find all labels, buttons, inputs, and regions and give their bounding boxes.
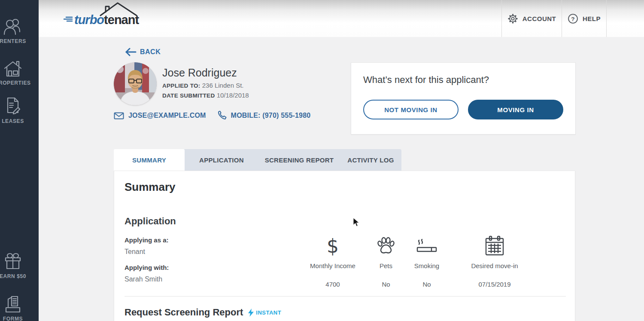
applying-with-value: Sarah Smith (125, 275, 162, 283)
stat-desired-move-in: Desired move-in 07/15/2019 (460, 234, 529, 288)
envelope-icon (114, 112, 124, 119)
applicant-phone-link[interactable]: MOBILE: (970) 555-1980 (217, 111, 311, 120)
tab-summary[interactable]: SUMMARY (114, 149, 185, 171)
renter-application-page: RENTERS PROPERTIES (0, 0, 644, 321)
question-icon: ? (568, 13, 578, 24)
section-divider (125, 296, 566, 297)
renters-icon (0, 17, 39, 36)
phone-icon (217, 111, 227, 120)
leases-icon (0, 96, 39, 116)
paw-icon (365, 234, 407, 257)
gear-icon (507, 13, 518, 24)
stat-value: 4700 (298, 281, 367, 288)
stat-label: Desired move-in (460, 262, 529, 269)
applied-to-value: 236 Linden St. (202, 82, 244, 89)
account-label: ACCOUNT (522, 15, 556, 22)
back-link[interactable]: BACK (125, 48, 161, 56)
not-moving-in-button[interactable]: NOT MOVING IN (363, 100, 459, 119)
stat-label: Pets (365, 262, 407, 269)
screening-report-section: Request Screening Report INSTANT (125, 307, 281, 318)
summary-title: Summary (125, 180, 176, 194)
tab-activity-log[interactable]: ACTIVITY LOG (340, 149, 401, 171)
stat-label: Monthly Income (298, 262, 367, 269)
instant-label: INSTANT (256, 309, 281, 316)
whats-next-title: What’s next for this applicant? (363, 74, 489, 86)
forms-icon (0, 294, 39, 314)
sidebar-item-label: LEASES (0, 118, 39, 124)
stat-value: No (365, 281, 407, 288)
applicant-name: Jose Rodriguez (162, 67, 237, 79)
date-submitted-label: DATE SUBMITTED (162, 92, 215, 99)
applicant-avatar (114, 62, 157, 105)
applied-to-label: APPLIED TO: (162, 83, 200, 89)
tab-application[interactable]: APPLICATION (185, 149, 258, 171)
back-arrow-icon (125, 48, 137, 56)
turbotenant-logo[interactable]: turbo tenant (64, 13, 139, 27)
instant-badge: INSTANT (248, 309, 281, 317)
top-header: turbo tenant (39, 0, 644, 37)
sidebar-item-forms[interactable]: FORMS (0, 294, 39, 321)
contact-row: JOSE@EXAMPLE.COM MOBILE: (970) 555-1980 (114, 111, 310, 120)
svg-text:?: ? (571, 15, 574, 22)
sidebar: RENTERS PROPERTIES (0, 0, 39, 321)
sidebar-inner: RENTERS PROPERTIES (0, 0, 39, 321)
stat-value: 07/15/2019 (460, 281, 529, 288)
header-nav: ACCOUNT ? HELP (501, 0, 644, 37)
application-section-title: Application (125, 216, 176, 227)
stat-value: No (405, 281, 448, 288)
house-roof-icon (100, 2, 137, 16)
applying-as-label: Applying as a: (125, 236, 169, 244)
stat-monthly-income: $ Monthly Income 4700 (298, 234, 367, 288)
sidebar-item-label: PROPERTIES (0, 80, 39, 86)
back-label: BACK (140, 48, 161, 56)
summary-panel: Summary Application Applying as a: Tenan… (114, 171, 575, 321)
tab-screening-report[interactable]: SCREENING REPORT (258, 149, 340, 171)
properties-icon (0, 59, 39, 78)
gift-icon (0, 251, 39, 271)
sidebar-item-earn[interactable]: EARN $50 (0, 251, 39, 279)
stat-pets: Pets No (365, 234, 407, 288)
screening-report-title: Request Screening Report (125, 307, 243, 318)
calendar-icon (460, 234, 529, 257)
speed-lines-icon (64, 15, 73, 23)
sidebar-item-renters[interactable]: RENTERS (0, 17, 39, 44)
date-submitted-value: 10/18/2018 (217, 92, 249, 99)
dollar-icon: $ (298, 234, 367, 257)
stat-label: Smoking (405, 262, 448, 269)
applying-as-value: Tenant (125, 248, 145, 256)
applicant-email-link[interactable]: JOSE@EXAMPLE.COM (114, 112, 206, 119)
help-label: HELP (583, 15, 601, 22)
tab-bar: SUMMARY APPLICATION SCREENING REPORT ACT… (114, 149, 401, 171)
header-spacer (606, 0, 644, 37)
stat-smoking: Smoking No (405, 234, 448, 288)
date-submitted-line: DATE SUBMITTED 10/18/2018 (162, 92, 249, 99)
applicant-phone: MOBILE: (970) 555-1980 (231, 112, 311, 119)
applicant-email: JOSE@EXAMPLE.COM (128, 112, 206, 119)
applying-with-label: Applying with: (125, 264, 169, 271)
sidebar-item-label: EARN $50 (0, 273, 39, 279)
sidebar-item-leases[interactable]: LEASES (0, 96, 39, 124)
moving-in-button[interactable]: MOVING IN (468, 100, 563, 119)
applied-to-line: APPLIED TO: 236 Linden St. (162, 82, 243, 89)
sidebar-item-label: RENTERS (0, 38, 39, 44)
sidebar-item-label: FORMS (0, 316, 39, 321)
lightning-icon (248, 309, 254, 317)
cigarette-icon (405, 234, 448, 257)
whats-next-card: What’s next for this applicant? NOT MOVI… (351, 62, 576, 135)
help-button[interactable]: ? HELP (562, 0, 606, 37)
sidebar-item-properties[interactable]: PROPERTIES (0, 59, 39, 86)
account-button[interactable]: ACCOUNT (501, 0, 562, 37)
